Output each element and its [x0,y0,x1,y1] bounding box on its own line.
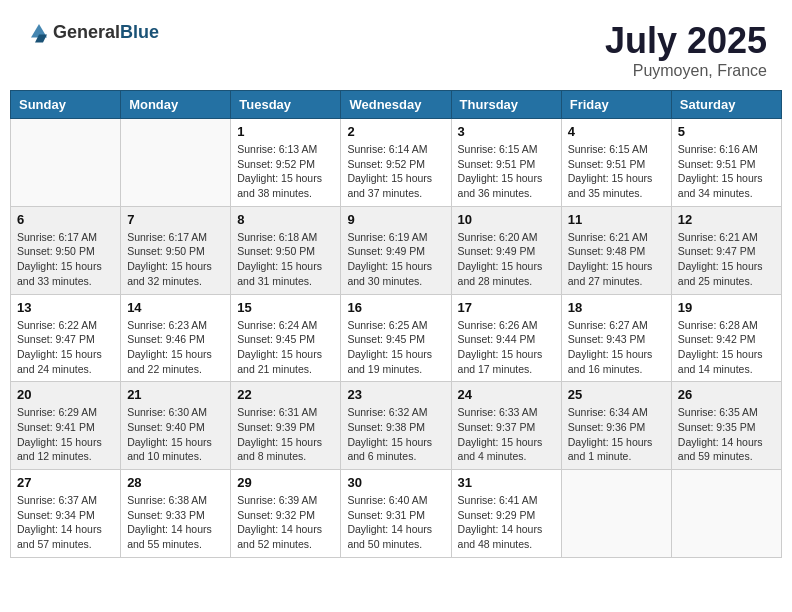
day-number: 29 [237,475,334,490]
calendar-week-row: 27Sunrise: 6:37 AMSunset: 9:34 PMDayligh… [11,470,782,558]
day-info: Sunrise: 6:21 AMSunset: 9:47 PMDaylight:… [678,230,775,289]
day-number: 21 [127,387,224,402]
logo: GeneralBlue [25,20,159,44]
col-header-saturday: Saturday [671,91,781,119]
location-subtitle: Puymoyen, France [605,62,767,80]
calendar-day-cell: 27Sunrise: 6:37 AMSunset: 9:34 PMDayligh… [11,470,121,558]
calendar-day-cell: 31Sunrise: 6:41 AMSunset: 9:29 PMDayligh… [451,470,561,558]
col-header-thursday: Thursday [451,91,561,119]
day-number: 1 [237,124,334,139]
calendar-day-cell: 3Sunrise: 6:15 AMSunset: 9:51 PMDaylight… [451,119,561,207]
day-number: 7 [127,212,224,227]
calendar-day-cell: 24Sunrise: 6:33 AMSunset: 9:37 PMDayligh… [451,382,561,470]
calendar-day-cell: 16Sunrise: 6:25 AMSunset: 9:45 PMDayligh… [341,294,451,382]
day-number: 15 [237,300,334,315]
day-number: 30 [347,475,444,490]
calendar-day-cell: 2Sunrise: 6:14 AMSunset: 9:52 PMDaylight… [341,119,451,207]
calendar-day-cell: 29Sunrise: 6:39 AMSunset: 9:32 PMDayligh… [231,470,341,558]
calendar-day-cell [121,119,231,207]
calendar-day-cell: 22Sunrise: 6:31 AMSunset: 9:39 PMDayligh… [231,382,341,470]
calendar-day-cell: 18Sunrise: 6:27 AMSunset: 9:43 PMDayligh… [561,294,671,382]
title-block: July 2025 Puymoyen, France [605,20,767,80]
calendar-day-cell: 12Sunrise: 6:21 AMSunset: 9:47 PMDayligh… [671,206,781,294]
day-info: Sunrise: 6:29 AMSunset: 9:41 PMDaylight:… [17,405,114,464]
calendar-day-cell: 30Sunrise: 6:40 AMSunset: 9:31 PMDayligh… [341,470,451,558]
day-info: Sunrise: 6:39 AMSunset: 9:32 PMDaylight:… [237,493,334,552]
calendar-day-cell: 19Sunrise: 6:28 AMSunset: 9:42 PMDayligh… [671,294,781,382]
calendar-day-cell: 11Sunrise: 6:21 AMSunset: 9:48 PMDayligh… [561,206,671,294]
logo-icon [27,20,51,44]
calendar-day-cell [671,470,781,558]
calendar-day-cell: 5Sunrise: 6:16 AMSunset: 9:51 PMDaylight… [671,119,781,207]
calendar-day-cell [561,470,671,558]
day-info: Sunrise: 6:40 AMSunset: 9:31 PMDaylight:… [347,493,444,552]
day-info: Sunrise: 6:33 AMSunset: 9:37 PMDaylight:… [458,405,555,464]
day-number: 13 [17,300,114,315]
day-number: 16 [347,300,444,315]
col-header-tuesday: Tuesday [231,91,341,119]
page-header: GeneralBlue July 2025 Puymoyen, France [10,10,782,85]
day-info: Sunrise: 6:14 AMSunset: 9:52 PMDaylight:… [347,142,444,201]
calendar-day-cell: 4Sunrise: 6:15 AMSunset: 9:51 PMDaylight… [561,119,671,207]
day-info: Sunrise: 6:17 AMSunset: 9:50 PMDaylight:… [127,230,224,289]
day-number: 24 [458,387,555,402]
day-number: 12 [678,212,775,227]
calendar-week-row: 13Sunrise: 6:22 AMSunset: 9:47 PMDayligh… [11,294,782,382]
day-number: 26 [678,387,775,402]
calendar-day-cell: 20Sunrise: 6:29 AMSunset: 9:41 PMDayligh… [11,382,121,470]
day-info: Sunrise: 6:22 AMSunset: 9:47 PMDaylight:… [17,318,114,377]
day-info: Sunrise: 6:38 AMSunset: 9:33 PMDaylight:… [127,493,224,552]
day-info: Sunrise: 6:28 AMSunset: 9:42 PMDaylight:… [678,318,775,377]
day-number: 4 [568,124,665,139]
day-info: Sunrise: 6:19 AMSunset: 9:49 PMDaylight:… [347,230,444,289]
day-info: Sunrise: 6:25 AMSunset: 9:45 PMDaylight:… [347,318,444,377]
calendar-table: SundayMondayTuesdayWednesdayThursdayFrid… [10,90,782,558]
month-year-title: July 2025 [605,20,767,62]
day-info: Sunrise: 6:27 AMSunset: 9:43 PMDaylight:… [568,318,665,377]
day-info: Sunrise: 6:21 AMSunset: 9:48 PMDaylight:… [568,230,665,289]
day-number: 3 [458,124,555,139]
day-info: Sunrise: 6:34 AMSunset: 9:36 PMDaylight:… [568,405,665,464]
calendar-day-cell: 7Sunrise: 6:17 AMSunset: 9:50 PMDaylight… [121,206,231,294]
day-number: 11 [568,212,665,227]
day-number: 14 [127,300,224,315]
calendar-week-row: 1Sunrise: 6:13 AMSunset: 9:52 PMDaylight… [11,119,782,207]
calendar-day-cell: 8Sunrise: 6:18 AMSunset: 9:50 PMDaylight… [231,206,341,294]
day-number: 2 [347,124,444,139]
day-info: Sunrise: 6:13 AMSunset: 9:52 PMDaylight:… [237,142,334,201]
calendar-day-cell: 17Sunrise: 6:26 AMSunset: 9:44 PMDayligh… [451,294,561,382]
logo-text-blue: Blue [120,22,159,42]
col-header-monday: Monday [121,91,231,119]
calendar-day-cell: 25Sunrise: 6:34 AMSunset: 9:36 PMDayligh… [561,382,671,470]
day-info: Sunrise: 6:16 AMSunset: 9:51 PMDaylight:… [678,142,775,201]
col-header-friday: Friday [561,91,671,119]
day-info: Sunrise: 6:20 AMSunset: 9:49 PMDaylight:… [458,230,555,289]
day-number: 6 [17,212,114,227]
day-info: Sunrise: 6:15 AMSunset: 9:51 PMDaylight:… [458,142,555,201]
day-info: Sunrise: 6:17 AMSunset: 9:50 PMDaylight:… [17,230,114,289]
day-info: Sunrise: 6:30 AMSunset: 9:40 PMDaylight:… [127,405,224,464]
day-number: 25 [568,387,665,402]
day-number: 31 [458,475,555,490]
calendar-day-cell: 21Sunrise: 6:30 AMSunset: 9:40 PMDayligh… [121,382,231,470]
calendar-day-cell: 14Sunrise: 6:23 AMSunset: 9:46 PMDayligh… [121,294,231,382]
day-number: 9 [347,212,444,227]
calendar-day-cell: 13Sunrise: 6:22 AMSunset: 9:47 PMDayligh… [11,294,121,382]
day-number: 23 [347,387,444,402]
day-number: 22 [237,387,334,402]
calendar-day-cell: 10Sunrise: 6:20 AMSunset: 9:49 PMDayligh… [451,206,561,294]
calendar-day-cell [11,119,121,207]
calendar-day-cell: 26Sunrise: 6:35 AMSunset: 9:35 PMDayligh… [671,382,781,470]
day-info: Sunrise: 6:41 AMSunset: 9:29 PMDaylight:… [458,493,555,552]
day-info: Sunrise: 6:31 AMSunset: 9:39 PMDaylight:… [237,405,334,464]
calendar-day-cell: 23Sunrise: 6:32 AMSunset: 9:38 PMDayligh… [341,382,451,470]
day-info: Sunrise: 6:35 AMSunset: 9:35 PMDaylight:… [678,405,775,464]
calendar-week-row: 20Sunrise: 6:29 AMSunset: 9:41 PMDayligh… [11,382,782,470]
col-header-wednesday: Wednesday [341,91,451,119]
day-info: Sunrise: 6:26 AMSunset: 9:44 PMDaylight:… [458,318,555,377]
day-info: Sunrise: 6:15 AMSunset: 9:51 PMDaylight:… [568,142,665,201]
col-header-sunday: Sunday [11,91,121,119]
calendar-header-row: SundayMondayTuesdayWednesdayThursdayFrid… [11,91,782,119]
calendar-week-row: 6Sunrise: 6:17 AMSunset: 9:50 PMDaylight… [11,206,782,294]
day-info: Sunrise: 6:23 AMSunset: 9:46 PMDaylight:… [127,318,224,377]
